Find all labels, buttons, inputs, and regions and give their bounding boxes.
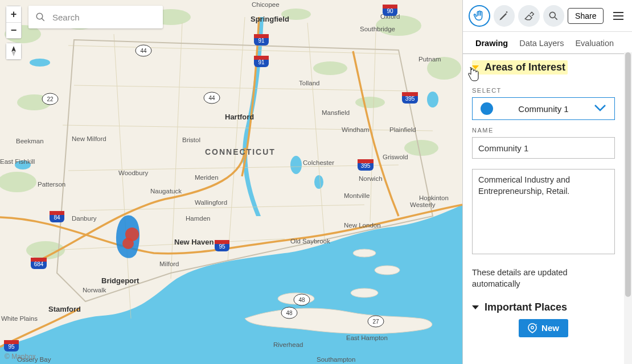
svg-text:Mansfield: Mansfield — [322, 109, 350, 116]
panel-scrollbar[interactable] — [624, 52, 632, 364]
svg-text:Danbury: Danbury — [72, 215, 97, 222]
svg-point-23 — [122, 238, 134, 249]
select-label: SELECT — [472, 87, 615, 94]
search-icon — [35, 12, 46, 22]
search-bar[interactable] — [28, 6, 163, 28]
svg-text:44: 44 — [208, 95, 215, 101]
caret-down-icon — [472, 65, 479, 69]
inspect-tool-button[interactable] — [543, 5, 565, 27]
section-areas-of-interest[interactable]: Areas of Interest — [472, 60, 568, 75]
svg-text:Colchester: Colchester — [303, 159, 334, 166]
community-description-textarea[interactable] — [472, 169, 615, 254]
chevron-down-icon — [594, 103, 606, 115]
svg-text:22: 22 — [47, 96, 54, 102]
pencil-icon — [498, 10, 510, 22]
pan-tool-button[interactable] — [469, 5, 490, 27]
svg-text:Bristol: Bristol — [182, 136, 200, 143]
tabs: Drawing Data Layers Evaluation — [463, 32, 632, 54]
svg-point-21 — [427, 92, 438, 107]
svg-text:90: 90 — [387, 8, 393, 14]
svg-text:91: 91 — [258, 59, 265, 65]
svg-text:Montville: Montville — [344, 192, 370, 199]
svg-text:Wallingford: Wallingford — [195, 199, 227, 206]
svg-text:Plainfield: Plainfield — [389, 126, 416, 133]
community-color-dot — [481, 102, 493, 115]
section-important-places[interactable]: Important Places — [472, 301, 615, 313]
tab-data-layers[interactable]: Data Layers — [514, 32, 569, 53]
svg-text:95: 95 — [219, 243, 225, 250]
svg-text:Chicopee: Chicopee — [252, 1, 280, 8]
magnifier-icon — [548, 10, 559, 22]
erase-tool-button[interactable] — [518, 5, 540, 27]
svg-point-10 — [355, 97, 385, 108]
tab-drawing[interactable]: Drawing — [470, 32, 514, 53]
svg-text:New Milford: New Milford — [72, 135, 106, 142]
svg-point-16 — [353, 249, 376, 257]
svg-text:New London: New London — [344, 222, 381, 229]
svg-text:Tolland: Tolland — [299, 80, 319, 86]
svg-text:Southampton: Southampton — [317, 356, 355, 363]
svg-text:Woodbury: Woodbury — [118, 169, 148, 176]
scrollbar-thumb[interactable] — [625, 52, 631, 297]
svg-text:84: 84 — [54, 214, 60, 221]
svg-point-106 — [550, 12, 556, 18]
panel-body[interactable]: Areas of Interest SELECT Community 1 NAM… — [463, 52, 624, 364]
menu-button[interactable] — [610, 8, 626, 24]
tools-row: Share — [463, 0, 632, 32]
zoom-in-button[interactable]: + — [6, 6, 21, 22]
hamburger-icon — [612, 11, 625, 21]
svg-text:Southbridge: Southbridge — [360, 26, 395, 32]
eraser-icon — [523, 10, 535, 22]
svg-text:Hamden: Hamden — [186, 215, 210, 222]
svg-text:New Haven: New Haven — [174, 238, 214, 246]
svg-text:Naugatuck: Naugatuck — [150, 188, 182, 195]
map-canvas[interactable]: CONNECTICUT Springfield Hartford New Hav… — [0, 0, 462, 364]
draw-tool-button[interactable] — [494, 5, 515, 27]
svg-point-9 — [313, 61, 347, 75]
zoom-control: + − — [6, 6, 22, 39]
svg-text:44: 44 — [140, 48, 147, 54]
section-title: Areas of Interest — [485, 61, 565, 73]
svg-point-11 — [404, 140, 438, 156]
svg-point-17 — [30, 59, 50, 67]
caret-down-icon — [472, 305, 479, 309]
svg-text:Putnam: Putnam — [418, 56, 441, 63]
svg-marker-103 — [11, 51, 16, 56]
compass-icon — [10, 46, 18, 56]
svg-line-107 — [555, 17, 557, 19]
svg-text:Milford: Milford — [159, 260, 179, 267]
svg-text:395: 395 — [405, 96, 415, 102]
name-label: NAME — [472, 127, 615, 134]
share-button[interactable]: Share — [568, 8, 604, 24]
svg-text:Griswold: Griswold — [383, 154, 408, 160]
search-input[interactable] — [51, 12, 162, 23]
hand-icon — [473, 10, 486, 22]
svg-text:Hartford: Hartford — [225, 113, 254, 121]
state-label: CONNECTICUT — [205, 147, 276, 156]
zoom-out-button[interactable]: − — [6, 22, 21, 38]
svg-text:Bridgeport: Bridgeport — [101, 276, 139, 285]
community-select[interactable]: Community 1 — [472, 97, 615, 120]
svg-text:Meriden: Meriden — [195, 174, 219, 181]
svg-point-104 — [36, 13, 43, 19]
compass-control — [6, 43, 22, 60]
svg-text:91: 91 — [258, 38, 265, 44]
new-place-button[interactable]: + New — [519, 319, 568, 337]
svg-text:395: 395 — [361, 163, 371, 169]
compass-button[interactable] — [6, 43, 21, 59]
svg-text:Westerly: Westerly — [410, 201, 436, 208]
pin-plus-icon: + — [528, 323, 537, 333]
map-attribution: © Mapbox — [5, 353, 36, 361]
svg-text:East Hampton: East Hampton — [346, 334, 388, 341]
svg-text:White Plains: White Plains — [1, 315, 38, 322]
new-button-label: New — [541, 323, 559, 333]
svg-point-14 — [351, 288, 378, 297]
svg-text:48: 48 — [298, 297, 305, 303]
svg-point-20 — [314, 175, 323, 189]
map-svg: CONNECTICUT Springfield Hartford New Hav… — [0, 0, 462, 364]
tab-evaluation[interactable]: Evaluation — [569, 32, 619, 53]
community-name-input[interactable] — [472, 137, 615, 159]
section-title: Important Places — [485, 301, 567, 313]
svg-text:Springfield: Springfield — [251, 15, 289, 23]
svg-text:Norwalk: Norwalk — [83, 287, 106, 293]
